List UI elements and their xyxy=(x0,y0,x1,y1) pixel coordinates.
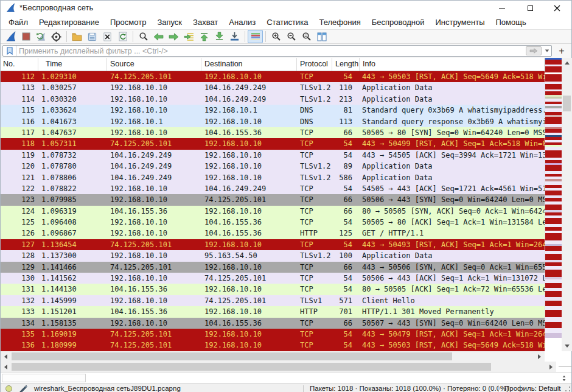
packet-row[interactable]: 1121.02931074.125.205.101192.168.10.10TC… xyxy=(1,71,545,82)
pane-spinner[interactable] xyxy=(560,374,568,383)
packet-row[interactable]: 1301.141562192.168.10.1074.125.205.101TC… xyxy=(1,273,545,284)
packet-row[interactable]: 1161.041673192.168.10.1192.168.10.10DNS1… xyxy=(1,116,545,127)
menu-wireless[interactable]: Беспроводной xyxy=(366,16,430,29)
menu-statistics[interactable]: Статистика xyxy=(261,16,313,29)
start-capture-button[interactable] xyxy=(3,30,18,43)
close-button[interactable] xyxy=(543,1,570,15)
scroll-left-button[interactable] xyxy=(1,351,11,362)
scroll-down-button[interactable] xyxy=(562,341,572,351)
packet-row[interactable]: 1181.05731174.125.205.101192.168.10.10TC… xyxy=(1,138,545,149)
go-to-packet-button[interactable] xyxy=(181,30,197,43)
packet-row[interactable]: 1191.078732104.16.249.249192.168.10.10TC… xyxy=(1,150,545,161)
capture-comment-icon[interactable] xyxy=(19,385,27,392)
packet-row[interactable]: 1141.030320192.168.10.10104.16.249.249TL… xyxy=(1,94,545,105)
packet-row[interactable]: 1151.033624192.168.10.10192.168.10.1DNS8… xyxy=(1,105,545,116)
restart-capture-button[interactable] xyxy=(33,30,49,43)
menu-view[interactable]: Просмотр xyxy=(105,16,152,29)
packet-row[interactable]: 1351.16901974.125.205.101192.168.10.10TC… xyxy=(1,329,545,340)
packet-minimap-scrollbar[interactable] xyxy=(545,58,562,351)
first-packet-button[interactable] xyxy=(197,30,212,43)
packet-row[interactable]: 1231.079985192.168.10.1074.125.205.101TC… xyxy=(1,194,545,205)
column-header-protocol[interactable]: Protocol xyxy=(297,58,332,71)
packet-row[interactable]: 1361.18099974.125.205.101192.168.10.10TC… xyxy=(1,340,545,351)
menu-tools[interactable]: Инструменты xyxy=(430,16,490,29)
filter-dropdown-button[interactable] xyxy=(543,46,551,56)
column-header-destination[interactable]: Destination xyxy=(201,58,297,71)
packet-row[interactable]: 1201.078780104.16.249.249192.168.10.10TL… xyxy=(1,161,545,172)
save-file-button[interactable] xyxy=(85,30,100,43)
scroll-right-button[interactable] xyxy=(534,351,545,362)
hscrollbar-thumb[interactable] xyxy=(12,363,491,371)
zoom-in-button[interactable] xyxy=(268,30,284,43)
packet-info: 50506 → 443 [ACK] Seq=1 Ack=1 Win=131072… xyxy=(360,273,545,284)
find-packet-button[interactable] xyxy=(136,30,151,43)
display-filter-input[interactable] xyxy=(16,47,526,55)
filter-bar: + xyxy=(1,44,571,58)
zoom-out-button[interactable] xyxy=(284,30,299,43)
packet-row[interactable]: 1251.096408192.168.10.10104.16.155.36TCP… xyxy=(1,217,545,228)
hscrollbar-thumb[interactable] xyxy=(12,352,452,360)
stop-capture-button[interactable] xyxy=(18,30,33,43)
apply-filter-button[interactable] xyxy=(526,46,542,55)
filter-bookmark-button[interactable] xyxy=(3,46,16,56)
detail-pane-hscrollbar[interactable] xyxy=(1,362,556,372)
packet-row[interactable]: 1341.158135192.168.10.10104.16.155.36TCP… xyxy=(1,318,545,329)
resize-columns-button[interactable] xyxy=(314,30,329,43)
packet-src: 104.16.249.249 xyxy=(107,161,201,172)
menu-edit[interactable]: Редактирование xyxy=(33,16,105,29)
menu-help[interactable]: Помощь xyxy=(490,16,532,29)
column-header-no[interactable]: No. xyxy=(1,58,38,71)
packet-len: 54 xyxy=(332,183,360,194)
pane-splitter[interactable] xyxy=(559,366,572,367)
menu-analyze[interactable]: Анализ xyxy=(223,16,261,29)
open-file-button[interactable] xyxy=(69,30,85,43)
column-header-info[interactable]: Info xyxy=(360,58,545,71)
menu-go[interactable]: Запуск xyxy=(152,16,187,29)
packet-dst: 104.16.155.36 xyxy=(201,127,297,138)
add-filter-button[interactable]: + xyxy=(556,45,568,57)
zoom-normal-button[interactable] xyxy=(299,30,314,43)
packet-list-hscrollbar[interactable] xyxy=(1,351,545,362)
packet-info: 50506 → 443 [SYN] Seq=0 Win=64240 Len=0 … xyxy=(360,194,545,205)
menu-file[interactable]: Файл xyxy=(3,16,33,29)
expert-info-button[interactable] xyxy=(5,385,12,392)
packet-proto: TCP xyxy=(297,138,332,149)
scroll-up-button[interactable] xyxy=(562,58,572,68)
menu-telephony[interactable]: Телефония xyxy=(313,16,366,29)
packet-row[interactable]: 1311.144130104.16.155.36192.168.10.10TCP… xyxy=(1,284,545,295)
packet-row[interactable]: 1241.096319104.16.155.36192.168.10.10TCP… xyxy=(1,206,545,217)
vertical-scrollbar[interactable] xyxy=(562,58,572,351)
minimize-button[interactable] xyxy=(489,1,515,15)
packet-row[interactable]: 1131.030257192.168.10.10104.16.249.249TL… xyxy=(1,82,545,93)
packet-row[interactable]: 1211.078806104.16.249.249192.168.10.10TL… xyxy=(1,172,545,183)
column-header-time[interactable]: Time xyxy=(38,58,107,71)
column-header-length[interactable]: Length xyxy=(332,58,360,71)
packet-row[interactable]: 1321.145999192.168.10.1074.125.205.101TL… xyxy=(1,295,545,306)
scroll-right-button[interactable] xyxy=(546,362,556,372)
previous-packet-button[interactable] xyxy=(151,30,166,43)
menu-capture[interactable]: Захват xyxy=(187,16,223,29)
capture-options-button[interactable] xyxy=(49,30,64,43)
packet-row[interactable]: 1261.096867192.168.10.10104.16.155.36HTT… xyxy=(1,228,545,239)
column-header-source[interactable]: Source xyxy=(107,58,201,71)
packet-no: 129 xyxy=(1,262,38,273)
scroll-left-button[interactable] xyxy=(1,362,11,372)
close-file-button[interactable] xyxy=(100,30,115,43)
packet-row[interactable]: 1271.13645474.125.205.101192.168.10.10TC… xyxy=(1,239,545,250)
reload-file-button[interactable] xyxy=(115,30,130,43)
packet-row[interactable]: 1281.137300192.168.10.1095.163.54.50TLSv… xyxy=(1,250,545,261)
vertical-scrollbar-thumb[interactable] xyxy=(563,96,571,111)
last-packet-button[interactable] xyxy=(212,30,227,43)
next-packet-button[interactable] xyxy=(166,30,181,43)
packet-row[interactable]: 1171.047637192.168.10.10104.16.155.36TCP… xyxy=(1,127,545,138)
packet-info: 443 → 50499 [RST, ACK] Seq=1 Ack=518 Win… xyxy=(360,138,545,149)
packet-row[interactable]: 1221.078822192.168.10.10104.16.249.249TC… xyxy=(1,183,545,194)
maximize-button[interactable] xyxy=(517,1,543,15)
profile-selector[interactable]: Профиль: Default xyxy=(504,385,560,392)
toolbar-separator xyxy=(66,31,67,42)
packet-row[interactable]: 1331.151201104.16.155.36192.168.10.10HTT… xyxy=(1,306,545,317)
resize-grip[interactable] xyxy=(565,386,571,392)
auto-scroll-button[interactable] xyxy=(227,30,242,43)
colorize-packets-button[interactable] xyxy=(248,30,263,43)
packet-row[interactable]: 1291.14146674.125.205.101192.168.10.10TC… xyxy=(1,262,545,273)
